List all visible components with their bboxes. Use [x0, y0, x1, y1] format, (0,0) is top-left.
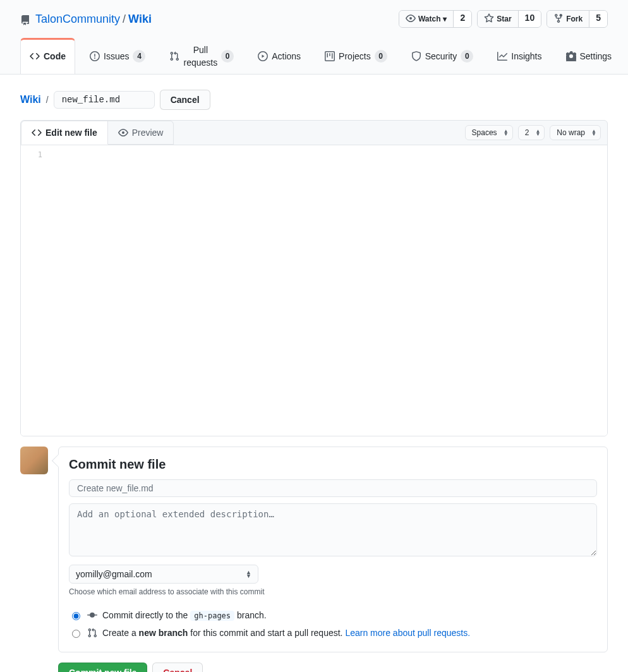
nav-pulls-label: Pull requests	[183, 44, 217, 69]
commit-icon	[87, 610, 97, 620]
commit-branch-option[interactable]: Create a new branch for this commit and …	[69, 624, 597, 642]
fork-count[interactable]: 5	[589, 11, 607, 27]
gear-icon	[566, 50, 576, 63]
path-root-link[interactable]: Wiki	[20, 94, 41, 105]
indent-size-value: 2	[525, 128, 529, 137]
pulls-count: 0	[221, 50, 234, 63]
tab-pulls[interactable]: Pull requests 0	[160, 38, 243, 74]
opt2-bold: new branch	[139, 628, 188, 638]
breadcrumb-sep: /	[123, 13, 126, 26]
indent-size-select[interactable]: 2 ▲▼	[518, 125, 545, 140]
select-caret-icon: ▲▼	[246, 570, 251, 578]
commit-submit-button[interactable]: Commit new file	[58, 663, 147, 672]
fork-label: Fork	[566, 13, 583, 25]
fork-button-group[interactable]: Fork 5	[546, 10, 608, 28]
owner-link[interactable]: TalonCommunity	[35, 13, 120, 26]
commit-description-textarea[interactable]	[69, 503, 597, 556]
pr-icon	[169, 50, 179, 63]
select-caret-icon: ▲▼	[504, 129, 509, 136]
branch-tag: gh-pages	[190, 611, 234, 621]
editor-tab-preview-label: Preview	[132, 128, 164, 138]
star-icon	[484, 13, 494, 25]
editor-tab-edit[interactable]: Edit new file	[21, 121, 108, 145]
tab-security[interactable]: Security 0	[402, 38, 483, 74]
line-number: 1	[21, 145, 49, 436]
nav-actions-label: Actions	[272, 50, 301, 63]
watch-button[interactable]: Watch ▾	[399, 11, 454, 27]
tab-projects[interactable]: Projects 0	[315, 38, 397, 74]
eye-icon	[406, 13, 416, 25]
star-button[interactable]: Star	[478, 11, 517, 27]
security-count: 0	[461, 50, 473, 63]
wrap-mode-value: No wrap	[557, 128, 585, 137]
tab-insights[interactable]: Insights	[488, 38, 551, 74]
breadcrumb: TalonCommunity / Wiki	[20, 13, 152, 26]
nav-insights-label: Insights	[511, 50, 541, 63]
code-icon	[32, 128, 42, 138]
editor-tab-preview[interactable]: Preview	[108, 121, 174, 145]
select-caret-icon: ▲▼	[535, 129, 540, 136]
star-count[interactable]: 10	[518, 11, 541, 27]
cancel-filename-button[interactable]: Cancel	[160, 90, 210, 110]
nav-issues-label: Issues	[104, 50, 129, 63]
email-help-text: Choose which email address to associate …	[69, 587, 597, 596]
code-editor[interactable]: 1	[21, 145, 607, 436]
commit-cancel-button[interactable]: Cancel	[152, 663, 203, 672]
code-text-area[interactable]	[49, 145, 607, 436]
fork-button[interactable]: Fork	[547, 11, 589, 27]
graph-icon	[497, 50, 507, 63]
repo-link[interactable]: Wiki	[128, 13, 152, 26]
commit-summary-input[interactable]	[69, 479, 597, 497]
eye-icon	[118, 128, 128, 138]
commit-direct-radio[interactable]	[72, 612, 80, 620]
wrap-mode-select[interactable]: No wrap ▲▼	[550, 125, 601, 140]
opt2-post: for this commit and start a pull request…	[188, 628, 345, 638]
nav-code-label: Code	[44, 50, 66, 63]
issue-icon	[90, 50, 100, 63]
tab-settings[interactable]: Settings	[557, 38, 622, 74]
nav-projects-label: Projects	[339, 50, 371, 63]
nav-security-label: Security	[425, 50, 457, 63]
opt2-pre: Create a	[102, 628, 139, 638]
commit-direct-option[interactable]: Commit directly to the gh-pages branch.	[69, 606, 597, 624]
email-select[interactable]: yomilly@gmail.com ▲▼	[69, 565, 258, 584]
filename-input[interactable]	[54, 91, 155, 109]
tab-code[interactable]: Code	[20, 38, 75, 74]
avatar	[20, 447, 48, 474]
pr-icon	[87, 628, 97, 638]
tab-actions[interactable]: Actions	[248, 38, 310, 74]
tab-issues[interactable]: Issues 4	[80, 38, 155, 74]
commit-heading: Commit new file	[69, 457, 597, 472]
projects-count: 0	[375, 50, 387, 63]
editor-tab-edit-label: Edit new file	[45, 128, 97, 138]
star-button-group[interactable]: Star 10	[477, 10, 541, 28]
play-icon	[258, 50, 268, 63]
opt1-post: branch.	[234, 610, 267, 620]
nav-settings-label: Settings	[580, 50, 612, 63]
watch-count[interactable]: 2	[453, 11, 471, 27]
star-label: Star	[497, 13, 511, 25]
watch-button-group[interactable]: Watch ▾ 2	[399, 10, 472, 28]
repo-icon	[20, 13, 30, 26]
repo-nav: Code Issues 4 Pull requests 0 Actions Pr…	[20, 38, 608, 74]
fork-icon	[553, 13, 564, 25]
watch-label: Watch	[418, 13, 441, 25]
shield-icon	[411, 50, 421, 63]
opt1-pre: Commit directly to the	[102, 610, 190, 620]
select-caret-icon: ▲▼	[591, 129, 596, 136]
path-sep: /	[46, 95, 49, 105]
commit-branch-radio[interactable]	[72, 630, 80, 638]
dropdown-caret-icon: ▾	[443, 13, 447, 25]
indent-mode-value: Spaces	[472, 128, 497, 137]
email-value: yomilly@gmail.com	[76, 569, 152, 579]
code-icon	[30, 50, 40, 63]
project-icon	[325, 50, 335, 63]
indent-mode-select[interactable]: Spaces ▲▼	[465, 125, 513, 140]
learn-more-link[interactable]: Learn more about pull requests.	[345, 628, 470, 638]
issues-count: 4	[133, 50, 145, 63]
